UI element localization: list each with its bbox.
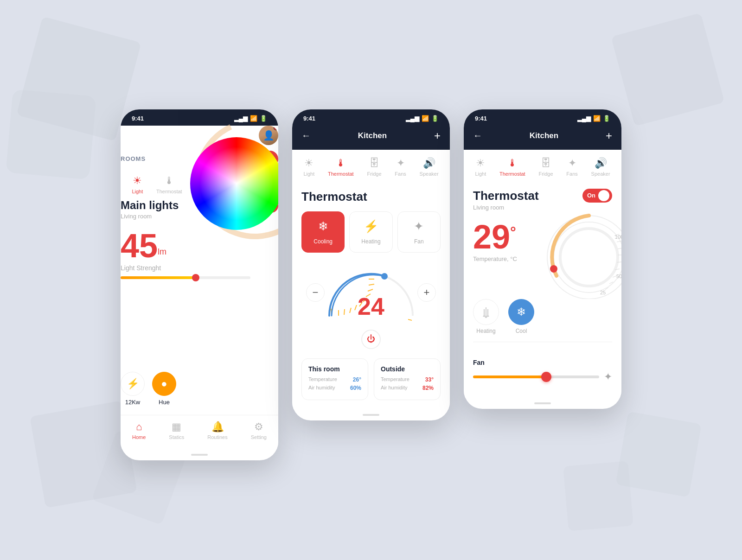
p2-cat-fans-label: Fans [395, 171, 406, 177]
mode-heating[interactable]: ⚡ Heating [349, 211, 392, 253]
cat-thermostat-label: Thermostat [156, 189, 182, 194]
phone1-bottom-nav: ⌂ Home ▦ Statics 🔔 Routines ⚙ Setting [121, 415, 278, 449]
heating-icon: ⚡ [364, 219, 378, 234]
p3-cat-speaker[interactable]: 🔊 Speaker [591, 157, 610, 177]
phone2-time: 9:41 [303, 115, 315, 122]
p3-mode-heating[interactable]: Heating [473, 299, 499, 334]
home-nav-icon: ⌂ [136, 421, 142, 433]
cooling-icon: ❄ [318, 219, 328, 234]
p2-cat-speaker-label: Speaker [420, 171, 439, 177]
fan-slider-track[interactable] [473, 375, 599, 378]
p3-cat-light[interactable]: ☀ Light [475, 157, 486, 177]
p3-cat-fans[interactable]: ✦ Fans [566, 157, 577, 177]
phone2-status-bar: 9:41 ▂▄▆ 📶 🔋 [292, 109, 450, 126]
device-subtitle: Living room [121, 213, 179, 220]
p3-fans-icon: ✦ [568, 157, 576, 169]
cooling-label: Cooling [313, 238, 333, 245]
statics-nav-icon: ▦ [172, 421, 181, 433]
phone1-header-title: Home [121, 127, 159, 143]
cat-light[interactable]: ☀ Light [132, 175, 143, 194]
p3-modes: Heating ❄ Cool [464, 299, 621, 342]
svg-text:25: 25 [600, 290, 606, 295]
p3-temp-section: 29° Temperature, °C [464, 211, 621, 299]
cat-thermostat[interactable]: 🌡 Thermostat [156, 175, 182, 194]
outside-temp-label: Temperature [381, 376, 409, 383]
light-desc: Light Strenght [121, 264, 278, 272]
fan-end-icon: ✦ [604, 371, 612, 383]
temp-decrease-button[interactable]: − [306, 283, 325, 302]
nav-home-label: Home [132, 434, 146, 440]
p3-cat-speaker-label: Speaker [591, 171, 610, 177]
p3-mode-cool[interactable]: ❄ Cool [508, 299, 534, 334]
nav-setting[interactable]: ⚙ Setting [251, 421, 267, 440]
p3-dial-arc: 100 75 50 25 [529, 197, 621, 301]
phone3-cat-nav: ☀ Light 🌡 Thermostat 🗄 Fridge ✦ Fans 🔊 [464, 150, 621, 181]
p2-fridge-icon: 🗄 [369, 157, 379, 169]
p3-fan-section: Fan ✦ [464, 351, 621, 390]
p3-cat-thermostat[interactable]: 🌡 Thermostat [499, 157, 525, 177]
power-button[interactable]: ⏻ [361, 330, 381, 349]
phone1-tab-rooms[interactable]: ROOMS [121, 155, 146, 162]
svg-text:50: 50 [616, 274, 621, 279]
fan-slider-thumb[interactable] [541, 372, 551, 382]
phone2-cat-nav: ☀ Light 🌡 Thermostat 🗄 Fridge ✦ Fans 🔊 [292, 150, 450, 181]
p2-cat-thermostat[interactable]: 🌡 Thermostat [328, 157, 354, 177]
p2-cat-light[interactable]: ☀ Light [303, 157, 314, 177]
mode-cooling[interactable]: ❄ Cooling [301, 211, 345, 253]
widget-hue[interactable]: ● Hue [152, 372, 176, 406]
p2-cat-fridge[interactable]: 🗄 Fridge [367, 157, 381, 177]
p2-cat-fans[interactable]: ✦ Fans [395, 157, 406, 177]
phone3-body: ☀ Light 🌡 Thermostat 🗄 Fridge ✦ Fans 🔊 [464, 150, 621, 398]
phone2-section-title: Thermostat [292, 181, 450, 204]
svg-line-21 [618, 248, 621, 249]
p3-speaker-icon: 🔊 [595, 157, 607, 169]
svg-line-2 [344, 309, 345, 315]
p2-cat-speaker[interactable]: 🔊 Speaker [420, 157, 439, 177]
room-card-title: This room [308, 365, 361, 373]
phone3-status-bar: 9:41 ▂▄▆ 📶 🔋 [464, 109, 621, 126]
setting-nav-icon: ⚙ [254, 421, 263, 433]
phone2-dial: − [292, 260, 450, 325]
phone2-body: ☀ Light 🌡 Thermostat 🗄 Fridge ✦ Fans 🔊 [292, 150, 450, 409]
phone2-kitchen: 9:41 ▂▄▆ 📶 🔋 ← Kitchen + ☀ Light 🌡 [292, 109, 450, 420]
phone3-header: ← Kitchen + [464, 126, 621, 150]
nav-statics[interactable]: ▦ Statics [169, 421, 184, 440]
widget-power-label: 12Kw [125, 399, 141, 406]
svg-point-14 [560, 229, 618, 286]
svg-line-8 [368, 289, 373, 291]
p3-cat-thermostat-label: Thermostat [499, 171, 525, 177]
heating-label: Heating [361, 238, 380, 245]
color-wheel[interactable] [190, 137, 278, 239]
nav-routines[interactable]: 🔔 Routines [207, 421, 227, 440]
p2-cat-thermostat-label: Thermostat [328, 171, 354, 177]
phone2-screen-title: Kitchen [358, 131, 387, 140]
p3-temperature: 29° [473, 220, 517, 254]
svg-line-3 [350, 308, 351, 313]
phone2-plus-button[interactable]: + [434, 129, 441, 142]
light-unit: lm [158, 247, 166, 256]
outside-humidity-value: 82% [422, 385, 434, 391]
dial-temperature: 24 [358, 293, 384, 320]
temp-increase-button[interactable]: + [417, 283, 436, 302]
light-number: 45 [121, 227, 158, 264]
phone2-back-button[interactable]: ← [301, 130, 311, 141]
phone2-header: ← Kitchen + [292, 126, 450, 150]
outside-temp-value: 33° [425, 376, 434, 383]
p3-light-icon: ☀ [476, 157, 485, 169]
phone1-tab-devices[interactable]: DEVICES [153, 155, 183, 162]
phone3-plus-button[interactable]: + [606, 129, 612, 142]
widgets: ⚡ 12Kw ● Hue [121, 372, 278, 415]
phone3-back-button[interactable]: ← [473, 130, 482, 141]
phone1-home: 9:41 ▂▄▆ 📶 🔋 Home 👤 ROOMS DEVICES [121, 109, 278, 460]
thermostat-icon: 🌡 [164, 175, 174, 187]
p3-cat-fans-label: Fans [566, 171, 577, 177]
outside-card-title: Outside [381, 365, 434, 373]
nav-home[interactable]: ⌂ Home [132, 421, 146, 440]
power-button-wrap: ⏻ [292, 325, 450, 354]
p3-cat-fridge[interactable]: 🗄 Fridge [538, 157, 553, 177]
widget-power[interactable]: ⚡ 12Kw [121, 372, 145, 406]
power-icon: ⚡ [121, 372, 145, 396]
mode-fan[interactable]: ✦ Fan [397, 211, 441, 253]
nav-routines-label: Routines [207, 434, 227, 440]
p3-cool-label: Cool [516, 328, 527, 334]
